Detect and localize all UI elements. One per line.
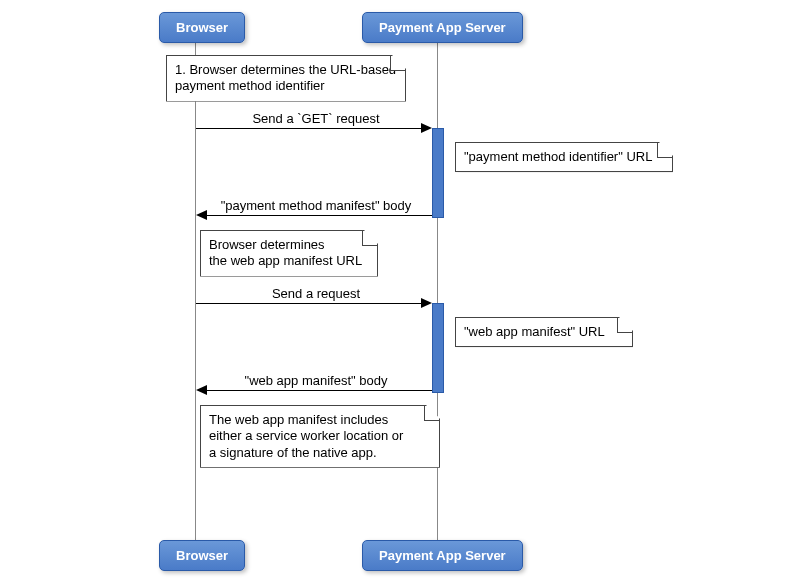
arrow-head-m1 (421, 123, 432, 133)
note-text: a signature of the native app. (209, 445, 431, 461)
note-manifest-includes: The web app manifest includes either a s… (200, 405, 440, 468)
note-text: "web app manifest" URL (464, 324, 605, 339)
message-send-request: Send a request (196, 286, 436, 301)
note-text: either a service worker location or (209, 428, 431, 444)
note-text: "payment method identifier" URL (464, 149, 652, 164)
arrow-head-m4 (196, 385, 207, 395)
arrow-head-m3 (421, 298, 432, 308)
note-text: the web app manifest URL (209, 253, 369, 269)
note-text: Browser determines (209, 237, 369, 253)
participant-label: Browser (176, 20, 228, 35)
message-method-manifest-body: "payment method manifest" body (196, 198, 436, 213)
message-web-app-manifest-body: "web app manifest" body (196, 373, 436, 388)
note-text: 1. Browser determines the URL-based (175, 62, 397, 78)
arrow-head-m2 (196, 210, 207, 220)
activation-server-2 (432, 303, 444, 393)
participant-label: Payment App Server (379, 548, 506, 563)
message-get-request: Send a `GET` request (196, 111, 436, 126)
participant-label: Payment App Server (379, 20, 506, 35)
activation-server-1 (432, 128, 444, 218)
sequence-diagram: Browser Payment App Server 1. Browser de… (0, 0, 800, 587)
participant-server-bottom: Payment App Server (362, 540, 523, 571)
participant-server-top: Payment App Server (362, 12, 523, 43)
participant-label: Browser (176, 548, 228, 563)
note-determine-manifest-url: Browser determines the web app manifest … (200, 230, 378, 277)
participant-browser-top: Browser (159, 12, 245, 43)
participant-browser-bottom: Browser (159, 540, 245, 571)
arrow-m2 (206, 215, 432, 216)
note-pmi-url: "payment method identifier" URL (455, 142, 673, 172)
arrow-m3 (196, 303, 424, 304)
note-step-1: 1. Browser determines the URL-based paym… (166, 55, 406, 102)
note-web-app-manifest-url: "web app manifest" URL (455, 317, 633, 347)
note-text: The web app manifest includes (209, 412, 431, 428)
arrow-m1 (196, 128, 424, 129)
note-text: payment method identifier (175, 78, 397, 94)
arrow-m4 (206, 390, 432, 391)
